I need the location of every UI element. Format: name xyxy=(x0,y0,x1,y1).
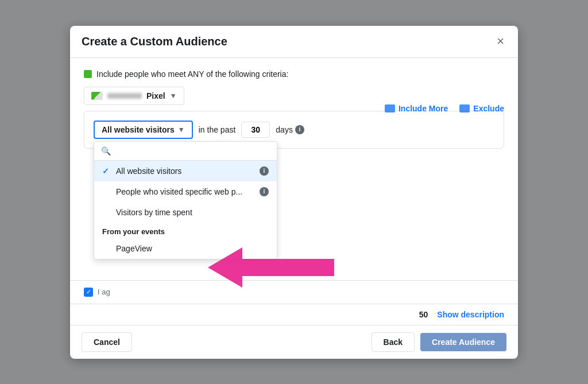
menu-item-pageview[interactable]: PageView xyxy=(94,238,277,259)
menu-item-specific-pages[interactable]: People who visited specific web p... i xyxy=(94,181,277,202)
days-info-icon[interactable]: i xyxy=(295,125,304,134)
dropdown-label: All website visitors xyxy=(102,125,175,134)
close-button[interactable]: × xyxy=(494,35,506,48)
terms-row: ✓ I ag xyxy=(70,280,518,304)
modal-body: Include people who meet ANY of the follo… xyxy=(70,58,518,280)
terms-checkbox[interactable]: ✓ xyxy=(84,288,93,297)
terms-text: I ag xyxy=(98,288,110,296)
right-actions: Include More Exclude xyxy=(385,104,504,113)
menu-item-pageview-label: PageView xyxy=(116,244,152,253)
events-section-label: From your events xyxy=(94,223,277,238)
pixel-icon xyxy=(91,92,103,100)
modal-overlay: Create a Custom Audience × Include peopl… xyxy=(0,0,588,384)
green-square-icon xyxy=(84,70,92,78)
create-audience-button[interactable]: Create Audience xyxy=(420,333,506,351)
pixel-label: Pixel xyxy=(146,91,165,100)
modal-title: Create a Custom Audience xyxy=(82,35,227,48)
cancel-button[interactable]: Cancel xyxy=(82,332,132,352)
days-label: days i xyxy=(276,125,304,134)
pixel-selector-button[interactable]: Pixel ▼ xyxy=(84,87,184,105)
modal: Create a Custom Audience × Include peopl… xyxy=(70,26,518,359)
exclude-label: Exclude xyxy=(473,104,504,113)
filter-row: All website visitors ▼ in the past days … xyxy=(94,121,494,139)
menu-item-time-spent[interactable]: Visitors by time spent xyxy=(94,202,277,223)
dropdown-chevron-icon: ▼ xyxy=(178,126,185,134)
back-button[interactable]: Back xyxy=(372,332,415,352)
menu-item-label-3: Visitors by time spent xyxy=(116,208,192,217)
size-row: 50 Show description xyxy=(70,304,518,325)
in-the-past-label: in the past xyxy=(199,125,236,134)
criteria-label-row: Include people who meet ANY of the follo… xyxy=(84,69,504,79)
footer-right: Back Create Audience xyxy=(372,332,506,352)
checkbox-check-icon: ✓ xyxy=(86,288,91,296)
menu-item-2-info-icon[interactable]: i xyxy=(260,187,269,196)
days-input[interactable] xyxy=(241,122,270,138)
menu-item-label: All website visitors xyxy=(116,166,181,176)
audience-size-number: 50 xyxy=(419,310,428,319)
search-row: 🔍 xyxy=(94,142,277,161)
pixel-chevron-icon: ▼ xyxy=(170,92,177,100)
modal-header: Create a Custom Audience × xyxy=(70,26,518,58)
menu-item-label-2: People who visited specific web p... xyxy=(116,187,242,196)
filter-box: All website visitors ▼ in the past days … xyxy=(84,111,504,149)
search-input[interactable] xyxy=(115,146,270,156)
modal-footer: Cancel Back Create Audience xyxy=(70,325,518,359)
include-more-link[interactable]: Include More xyxy=(385,104,448,113)
days-text: days xyxy=(276,125,293,134)
pixel-selector-row: Pixel ▼ xyxy=(84,87,504,105)
pixel-blurred-name xyxy=(107,93,142,99)
menu-item-all-visitors[interactable]: ✓ All website visitors i xyxy=(94,161,277,181)
include-more-label: Include More xyxy=(399,104,448,113)
menu-item-info-icon[interactable]: i xyxy=(260,166,269,176)
checkmark-icon: ✓ xyxy=(102,166,111,176)
exclude-icon xyxy=(459,104,470,113)
dropdown-menu: 🔍 ✓ All website visitors i People who vi… xyxy=(94,141,277,259)
criteria-text: Include people who meet ANY of the follo… xyxy=(96,69,288,79)
show-description-link[interactable]: Show description xyxy=(437,310,504,319)
include-more-icon xyxy=(385,104,395,113)
visitor-type-dropdown[interactable]: All website visitors ▼ xyxy=(94,121,193,139)
exclude-link[interactable]: Exclude xyxy=(459,104,504,113)
search-icon: 🔍 xyxy=(101,146,111,156)
